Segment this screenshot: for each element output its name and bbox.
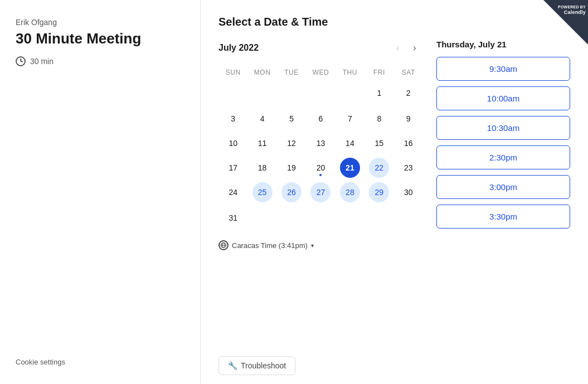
day-number[interactable]: 8 [369, 109, 389, 129]
calendar-day-cell[interactable]: 14 [336, 131, 365, 155]
timezone-selector[interactable]: Caracas Time (3:41pm) ▾ [218, 240, 423, 250]
next-month-button[interactable]: › [406, 40, 423, 56]
day-number[interactable]: 4 [252, 109, 273, 129]
calendar-week-row: 24252627282930 [218, 180, 423, 205]
calendar-day-cell[interactable]: 15 [365, 131, 393, 155]
calendar-grid: SUNMONTUEWEDTHUFRISAT 123456789101112131… [218, 65, 423, 231]
cookie-settings-link[interactable]: Cookie settings [16, 358, 184, 366]
calendar-day-cell[interactable]: 26 [277, 180, 306, 205]
calendar-day-cell[interactable]: 9 [394, 106, 423, 131]
day-number[interactable]: 28 [340, 182, 360, 202]
calendar-day-cell[interactable]: 2 [394, 80, 423, 106]
calendar-day-cell [247, 80, 276, 106]
day-number[interactable]: 23 [399, 158, 419, 178]
day-empty [281, 82, 302, 102]
calendar-day-cell[interactable]: 21 [336, 155, 365, 180]
day-empty [340, 82, 360, 102]
calendar-day-cell[interactable]: 27 [306, 180, 335, 205]
calendar-day-cell [306, 205, 335, 231]
timezone-label: Caracas Time (3:41pm) [232, 241, 308, 250]
day-number[interactable]: 16 [399, 133, 419, 153]
calendar-day-cell[interactable]: 24 [218, 180, 247, 205]
day-number[interactable]: 3 [223, 109, 243, 129]
calendar-week-row: 31 [218, 205, 423, 231]
powered-by-label: POWERED BY [555, 4, 586, 9]
calendar-body: 1234567891011121314151617181920212223242… [218, 80, 423, 231]
calendar-day-cell[interactable]: 20 [306, 155, 335, 180]
sidebar-top: Erik Ofgang 30 Minute Meeting 30 min [16, 18, 184, 66]
calendar-day-cell[interactable]: 10 [218, 131, 247, 155]
troubleshoot-button[interactable]: 🔧 Troubleshoot [218, 356, 295, 375]
calendar-day-cell[interactable]: 22 [365, 155, 393, 180]
day-number[interactable]: 6 [310, 109, 331, 129]
time-slot-button[interactable]: 9:30am [436, 57, 570, 81]
calendar-day-cell[interactable]: 6 [306, 106, 335, 131]
calendar-day-cell[interactable]: 11 [247, 131, 276, 155]
day-number[interactable]: 25 [252, 182, 273, 202]
calendar-day-cell [277, 205, 306, 231]
day-number[interactable]: 27 [310, 182, 331, 202]
calendar-day-cell[interactable]: 18 [247, 155, 276, 180]
day-number[interactable]: 19 [281, 158, 302, 178]
day-empty [310, 207, 331, 227]
day-number[interactable]: 5 [281, 109, 302, 129]
day-number[interactable]: 2 [399, 83, 419, 103]
day-number[interactable]: 21 [340, 158, 360, 178]
calendar-day-cell [336, 80, 365, 106]
next-arrow-icon: › [413, 43, 416, 53]
calendar-day-cell[interactable]: 16 [394, 131, 423, 155]
day-number[interactable]: 31 [223, 208, 243, 228]
calendar-day-cell[interactable]: 30 [394, 180, 423, 205]
prev-month-button[interactable]: ‹ [390, 40, 406, 56]
day-number[interactable]: 24 [223, 182, 243, 202]
day-number[interactable]: 30 [399, 182, 419, 202]
sidebar-bottom: Cookie settings [16, 358, 184, 366]
calendar-day-cell[interactable]: 1 [365, 80, 393, 106]
day-number[interactable]: 13 [310, 133, 331, 153]
calendar-day-cell[interactable]: 25 [247, 180, 276, 205]
time-slot-button[interactable]: 10:00am [436, 86, 570, 110]
calendar-day-cell[interactable]: 12 [277, 131, 306, 155]
day-number[interactable]: 29 [369, 182, 389, 202]
calendar-day-cell[interactable]: 29 [365, 180, 393, 205]
sidebar-meeting-title: 30 Minute Meeting [16, 30, 184, 47]
day-number[interactable]: 26 [281, 182, 302, 202]
calendar-day-cell[interactable]: 31 [218, 205, 247, 231]
day-number[interactable]: 18 [252, 158, 273, 178]
day-number[interactable]: 10 [223, 133, 243, 153]
day-number[interactable]: 9 [399, 109, 419, 129]
day-empty [340, 207, 360, 227]
day-number[interactable]: 11 [252, 133, 273, 153]
time-slot-button[interactable]: 3:00pm [436, 175, 570, 199]
time-slots-panel: Thursday, July 21 9:30am10:00am10:30am2:… [436, 40, 570, 250]
day-number[interactable]: 15 [369, 133, 389, 153]
day-number[interactable]: 20 [310, 158, 331, 178]
time-slot-button[interactable]: 3:30pm [436, 205, 570, 229]
day-number[interactable]: 1 [369, 83, 389, 103]
day-of-week-header: MON [247, 65, 276, 80]
calendar-day-cell[interactable]: 8 [365, 106, 393, 131]
calendar-day-cell[interactable]: 17 [218, 155, 247, 180]
calendar-day-cell[interactable]: 23 [394, 155, 423, 180]
calendar-day-cell[interactable]: 19 [277, 155, 306, 180]
day-number[interactable]: 14 [340, 133, 360, 153]
calendar-day-cell[interactable]: 5 [277, 106, 306, 131]
calendar-day-cell[interactable]: 13 [306, 131, 335, 155]
calendar-day-cell [277, 80, 306, 106]
troubleshoot-label: Troubleshoot [241, 361, 286, 370]
day-number[interactable]: 12 [281, 133, 302, 153]
clock-icon [16, 56, 26, 66]
time-slot-button[interactable]: 2:30pm [436, 145, 570, 169]
calendar-day-cell[interactable]: 7 [336, 106, 365, 131]
time-slot-button[interactable]: 10:30am [436, 116, 570, 140]
calendar-week-row: 12 [218, 80, 423, 106]
calendar-month-year: July 2022 [218, 43, 390, 53]
day-number[interactable]: 17 [223, 158, 243, 178]
calendar-day-cell[interactable]: 3 [218, 106, 247, 131]
day-empty [252, 207, 273, 227]
calendar-day-cell[interactable]: 4 [247, 106, 276, 131]
day-number[interactable]: 22 [369, 158, 389, 178]
day-number[interactable]: 7 [340, 109, 360, 129]
calendar-week-row: 10111213141516 [218, 131, 423, 155]
calendar-day-cell[interactable]: 28 [336, 180, 365, 205]
